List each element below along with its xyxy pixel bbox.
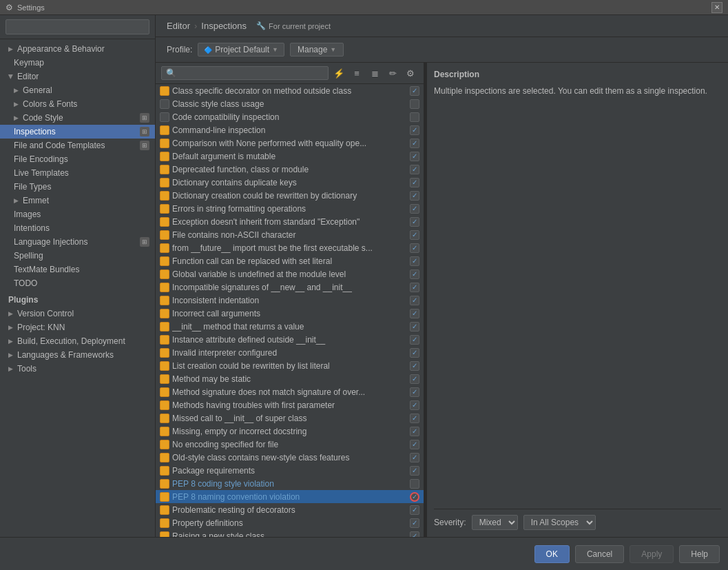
inspection-checkbox[interactable] — [410, 531, 419, 538]
inspection-checkbox[interactable] — [410, 400, 419, 410]
inspection-row[interactable]: Exception doesn't inherit from standard … — [156, 215, 424, 228]
sidebar-item-file-encodings[interactable]: File Encodings — [0, 152, 155, 166]
help-button[interactable]: Help — [679, 545, 720, 563]
inspection-row[interactable]: Methods having troubles with first param… — [156, 398, 424, 411]
inspection-row[interactable]: Method may be static — [156, 372, 424, 385]
sidebar-item-colors-fonts[interactable]: ▶ Colors & Fonts — [0, 97, 155, 111]
sidebar-item-live-templates[interactable]: Live Templates — [0, 166, 155, 180]
cancel-button[interactable]: Cancel — [575, 545, 624, 563]
inspection-checkbox[interactable] — [410, 99, 419, 109]
manage-button[interactable]: Manage ▼ — [290, 43, 344, 57]
sidebar-item-project-knn[interactable]: ▶ Project: KNN — [0, 320, 155, 334]
inspection-checkbox[interactable] — [410, 256, 419, 266]
inspection-row[interactable]: Invalid interpreter configured — [156, 346, 424, 359]
inspection-row[interactable]: Dictionary creation could be rewritten b… — [156, 189, 424, 202]
sidebar-item-build-exec-deploy[interactable]: ▶ Build, Execution, Deployment — [0, 334, 155, 348]
inspection-checkbox[interactable] — [410, 204, 419, 214]
project-link[interactable]: 🔧 For current project — [256, 21, 331, 30]
inspection-checkbox[interactable] — [410, 505, 419, 515]
inspection-row[interactable]: Instance attribute defined outside __ini… — [156, 333, 424, 346]
inspection-row[interactable]: __init__ method that returns a value — [156, 320, 424, 333]
expand-button[interactable]: ≡ — [349, 65, 364, 81]
inspection-checkbox[interactable] — [410, 165, 419, 174]
inspection-checkbox[interactable] — [410, 466, 419, 476]
inspection-checkbox[interactable] — [410, 296, 419, 305]
scope-select[interactable]: In All Scopes — [523, 515, 596, 530]
inspection-checkbox[interactable] — [410, 427, 419, 436]
inspection-checkbox[interactable] — [410, 518, 419, 528]
inspection-row[interactable]: Missing, empty or incorrect docstring — [156, 425, 424, 438]
inspection-row[interactable]: List creation could be rewritten by list… — [156, 359, 424, 372]
inspection-checkbox[interactable] — [410, 139, 419, 148]
inspection-checkbox[interactable] — [410, 125, 419, 135]
inspection-checkbox[interactable] — [410, 217, 419, 227]
inspection-row[interactable]: PEP 8 naming convention violation — [156, 490, 424, 503]
inspection-row[interactable]: Class specific decorator on method outsi… — [156, 84, 424, 97]
sidebar-item-editor[interactable]: ▶ Editor — [0, 70, 155, 83]
inspection-checkbox[interactable] — [410, 440, 419, 449]
sidebar-item-appearance[interactable]: ▶ Appearance & Behavior — [0, 42, 155, 56]
inspection-checkbox[interactable] — [410, 152, 419, 161]
inspection-row[interactable]: Old-style class contains new-style class… — [156, 451, 424, 464]
inspection-checkbox[interactable] — [410, 322, 419, 332]
inspection-row[interactable]: Missed call to __init__ of super class — [156, 411, 424, 425]
sidebar-search-input[interactable] — [6, 19, 149, 34]
ok-button[interactable]: OK — [534, 545, 570, 563]
sidebar-item-inspections[interactable]: Inspections ⊞ — [0, 125, 155, 139]
sidebar-item-textmate-bundles[interactable]: TextMate Bundles — [0, 263, 155, 276]
sidebar-item-tools[interactable]: ▶ Tools — [0, 362, 155, 376]
profile-dropdown[interactable]: 🔷 Project Default ▼ — [198, 43, 284, 57]
inspection-row[interactable]: Inconsistent indentation — [156, 294, 424, 307]
inspection-row[interactable]: Incompatible signatures of __new__ and _… — [156, 281, 424, 294]
inspection-checkbox[interactable] — [410, 230, 419, 240]
close-button[interactable]: ✕ — [711, 2, 722, 13]
collapse-button[interactable]: ≣ — [367, 65, 382, 81]
edit-button[interactable]: ✏ — [385, 65, 400, 81]
inspection-checkbox[interactable] — [410, 191, 419, 201]
inspection-row[interactable]: Default argument is mutable — [156, 150, 424, 163]
inspection-row[interactable]: Dictionary contains duplicate keys — [156, 176, 424, 189]
inspection-checkbox[interactable] — [410, 387, 419, 397]
inspection-checkbox[interactable] — [410, 178, 419, 187]
inspection-row[interactable]: Method signature does not match signatur… — [156, 385, 424, 398]
inspection-checkbox[interactable] — [410, 492, 419, 502]
sidebar-item-spelling[interactable]: Spelling — [0, 249, 155, 263]
inspection-checkbox[interactable] — [410, 479, 419, 489]
inspection-row[interactable]: Errors in string formatting operations — [156, 202, 424, 215]
inspection-row[interactable]: Property definitions — [156, 516, 424, 529]
inspection-checkbox[interactable] — [410, 309, 419, 318]
inspection-checkbox[interactable] — [410, 374, 419, 384]
filter-button[interactable]: ⚡ — [331, 65, 346, 81]
settings-button[interactable]: ⚙ — [403, 65, 418, 81]
inspection-search-input[interactable] — [161, 66, 329, 80]
sidebar-item-keymap[interactable]: Keymap — [0, 56, 155, 70]
inspection-row[interactable]: Comparison with None performed with equa… — [156, 136, 424, 150]
inspection-checkbox[interactable] — [410, 112, 419, 122]
inspection-row[interactable]: Incorrect call arguments — [156, 307, 424, 320]
inspection-checkbox[interactable] — [410, 86, 419, 96]
inspection-row[interactable]: Command-line inspection — [156, 123, 424, 136]
apply-button[interactable]: Apply — [630, 545, 674, 563]
sidebar-item-version-control[interactable]: ▶ Version Control — [0, 307, 155, 320]
inspection-row[interactable]: File contains non-ASCII character — [156, 228, 424, 241]
inspection-checkbox[interactable] — [410, 414, 419, 423]
sidebar-item-language-injections[interactable]: Language Injections ⊞ — [0, 235, 155, 249]
inspection-row[interactable]: Deprecated function, class or module — [156, 163, 424, 176]
inspection-row[interactable]: Raising a new style class — [156, 529, 424, 537]
inspection-row[interactable]: Code compatibility inspection — [156, 110, 424, 123]
inspection-row[interactable]: PEP 8 coding style violation — [156, 477, 424, 490]
sidebar-item-general[interactable]: ▶ General — [0, 83, 155, 97]
inspection-row[interactable]: Classic style class usage — [156, 97, 424, 110]
sidebar-item-code-style[interactable]: ▶ Code Style ⊞ — [0, 111, 155, 125]
sidebar-item-intentions[interactable]: Intentions — [0, 221, 155, 235]
inspection-checkbox[interactable] — [410, 348, 419, 358]
severity-select[interactable]: Mixed — [472, 515, 518, 530]
inspection-checkbox[interactable] — [410, 361, 419, 371]
inspection-checkbox[interactable] — [410, 243, 419, 253]
inspection-checkbox[interactable] — [410, 283, 419, 292]
sidebar-item-languages-frameworks[interactable]: ▶ Languages & Frameworks — [0, 348, 155, 362]
sidebar-item-todo[interactable]: TODO — [0, 276, 155, 290]
inspection-checkbox[interactable] — [410, 453, 419, 462]
inspection-row[interactable]: Package requirements — [156, 464, 424, 477]
inspection-row[interactable]: from __future__ import must be the first… — [156, 241, 424, 254]
